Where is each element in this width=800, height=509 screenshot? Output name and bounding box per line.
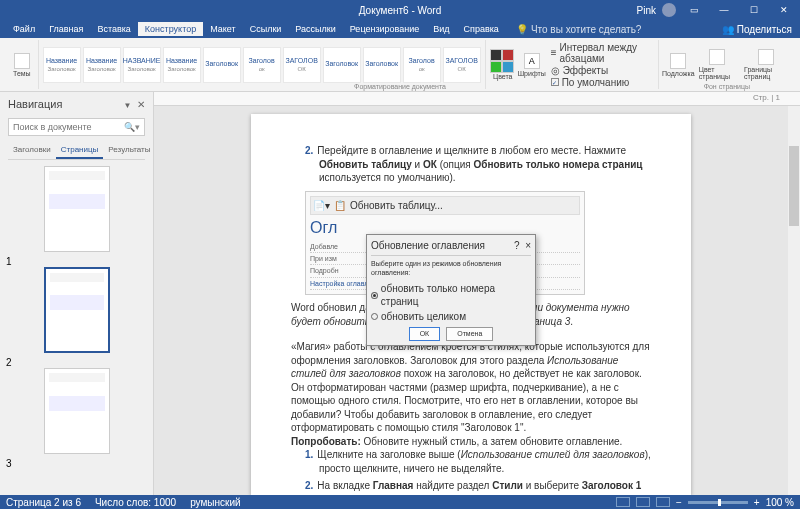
- search-icon[interactable]: 🔍▾: [124, 122, 140, 132]
- fonts-button[interactable]: AШрифты: [517, 51, 547, 79]
- menu-рассылки[interactable]: Рассылки: [288, 22, 342, 36]
- share-button[interactable]: 👥Поделиться: [714, 22, 800, 37]
- menu-главная[interactable]: Главная: [42, 22, 90, 36]
- zoom-out-icon[interactable]: −: [676, 497, 682, 508]
- style-item[interactable]: Заголовок: [363, 47, 401, 83]
- radio-icon: [371, 292, 378, 299]
- style-item[interactable]: Заголовок: [323, 47, 361, 83]
- search-input[interactable]: 🔍▾: [8, 118, 145, 136]
- themes-button[interactable]: Темы: [9, 51, 35, 79]
- fonts-icon: A: [524, 53, 540, 69]
- check-icon: ✓: [551, 78, 559, 86]
- watermark-button[interactable]: Подложка: [662, 51, 695, 79]
- zoom-value[interactable]: 100 %: [766, 497, 794, 508]
- window-title: Документ6 - Word: [359, 5, 442, 16]
- cancel-button[interactable]: Отмена: [446, 327, 493, 340]
- view-print-icon[interactable]: [636, 497, 650, 507]
- radio-page-numbers[interactable]: обновить только номера страниц: [371, 282, 531, 309]
- menu-макет[interactable]: Макет: [203, 22, 242, 36]
- style-item[interactable]: НазваниеЗаголовок: [83, 47, 121, 83]
- nav-tab[interactable]: Результаты: [103, 142, 155, 159]
- menu-файл[interactable]: Файл: [6, 22, 42, 36]
- thumbnail[interactable]: [44, 368, 110, 454]
- ok-button[interactable]: ОК: [409, 327, 441, 340]
- dialog-help-icon[interactable]: ?: [514, 240, 520, 251]
- nav-collapse-icon[interactable]: ▼: [124, 101, 132, 110]
- status-page[interactable]: Страница 2 из 6: [6, 497, 81, 508]
- statusbar: Страница 2 из 6 Число слов: 1000 румынск…: [0, 495, 800, 509]
- page-borders-button[interactable]: Границы страниц: [740, 47, 791, 82]
- set-default-button[interactable]: ✓По умолчанию: [551, 77, 655, 88]
- maximize-icon[interactable]: ☐: [742, 2, 766, 18]
- minimize-icon[interactable]: —: [712, 2, 736, 18]
- spacing-icon: ≡: [551, 47, 557, 58]
- dialog-close-icon[interactable]: ×: [525, 240, 531, 251]
- colors-icon: [490, 49, 516, 73]
- effects-icon: ◎: [551, 65, 560, 76]
- pagecolor-icon: [709, 49, 725, 65]
- share-icon: 👥: [722, 24, 734, 35]
- colors-button[interactable]: Цвета: [489, 47, 517, 82]
- menu-конструктор[interactable]: Конструктор: [138, 22, 203, 36]
- style-item[interactable]: Заголовок: [203, 47, 241, 83]
- ribbon-options-icon[interactable]: ▭: [682, 2, 706, 18]
- update-toc-dialog: Обновление оглавления? × Выберите один и…: [366, 234, 536, 346]
- radio-entire[interactable]: обновить целиком: [371, 310, 531, 324]
- style-item[interactable]: НАЗВАНИЕЗаголовок: [123, 47, 161, 83]
- radio-icon: [371, 313, 378, 320]
- close-icon[interactable]: ✕: [772, 2, 796, 18]
- tell-me[interactable]: 💡Что вы хотите сделать?: [516, 24, 642, 35]
- menu-справка[interactable]: Справка: [457, 22, 506, 36]
- style-item[interactable]: Заголовок: [403, 47, 441, 83]
- navigation-pane: Навигация ▼ ✕ 🔍▾ ЗаголовкиСтраницыРезуль…: [0, 92, 154, 495]
- view-web-icon[interactable]: [656, 497, 670, 507]
- vertical-scrollbar[interactable]: [788, 106, 800, 495]
- toc-preview: 📄▾📋Обновить таблицу... Огл Добавле При и…: [305, 191, 585, 296]
- style-item[interactable]: Заголовок: [243, 47, 281, 83]
- titlebar: Документ6 - Word Pink ▭ — ☐ ✕: [0, 0, 800, 20]
- watermark-icon: [670, 53, 686, 69]
- thumbnail[interactable]: [44, 267, 110, 353]
- style-item[interactable]: ЗАГОЛОВОК: [283, 47, 321, 83]
- menu-ссылки[interactable]: Ссылки: [243, 22, 289, 36]
- view-read-icon[interactable]: [616, 497, 630, 507]
- zoom-slider[interactable]: [688, 501, 748, 504]
- menubar: ФайлГлавнаяВставкаКонструкторМакетСсылки…: [0, 20, 800, 38]
- style-item[interactable]: НазваниеЗаголовок: [163, 47, 201, 83]
- nav-tab[interactable]: Страницы: [56, 142, 104, 159]
- menu-вставка[interactable]: Вставка: [90, 22, 137, 36]
- nav-title: Навигация: [8, 98, 62, 110]
- effects-button[interactable]: ◎Эффекты: [551, 65, 655, 76]
- thumbnail[interactable]: [44, 166, 110, 252]
- style-item[interactable]: НазваниеЗаголовок: [43, 47, 81, 83]
- dialog-title: Обновление оглавления: [371, 239, 485, 253]
- borders-icon: [758, 49, 774, 65]
- nav-close-icon[interactable]: ✕: [137, 99, 145, 110]
- style-item[interactable]: ЗАГОЛОВОК: [443, 47, 481, 83]
- zoom-in-icon[interactable]: +: [754, 497, 760, 508]
- style-gallery[interactable]: НазваниеЗаголовокНазваниеЗаголовокНАЗВАН…: [39, 40, 486, 89]
- ruler[interactable]: Стр. | 1: [154, 92, 800, 106]
- nav-tab[interactable]: Заголовки: [8, 142, 56, 159]
- page[interactable]: 2.Перейдите в оглавление и щелкните в лю…: [251, 114, 691, 495]
- avatar[interactable]: [662, 3, 676, 17]
- status-words[interactable]: Число слов: 1000: [95, 497, 176, 508]
- group-label-background: Фон страницы: [704, 83, 750, 90]
- page-thumbnails: 123: [0, 160, 153, 495]
- menu-рецензирование[interactable]: Рецензирование: [343, 22, 427, 36]
- paragraph-spacing-button[interactable]: ≡Интервал между абзацами: [551, 42, 655, 64]
- themes-icon: [14, 53, 30, 69]
- page-color-button[interactable]: Цвет страницы: [695, 47, 740, 82]
- group-label-formatting: Форматирование документа: [354, 83, 446, 90]
- user-name: Pink: [637, 5, 656, 16]
- ribbon: Темы НазваниеЗаголовокНазваниеЗаголовокН…: [0, 38, 800, 92]
- status-language[interactable]: румынский: [190, 497, 240, 508]
- menu-вид[interactable]: Вид: [426, 22, 456, 36]
- bulb-icon: 💡: [516, 24, 528, 35]
- document-area: Стр. | 1 2.Перейдите в оглавление и щелк…: [154, 92, 800, 495]
- page-indicator: Стр. | 1: [753, 93, 780, 102]
